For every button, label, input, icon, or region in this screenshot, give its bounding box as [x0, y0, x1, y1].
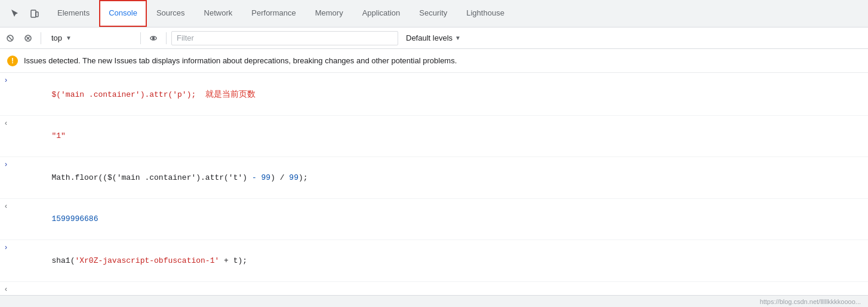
console-line: ‹ 1599996686: [0, 199, 868, 241]
result-arrow2: ‹: [0, 201, 12, 210]
tab-sources[interactable]: Sources: [147, 0, 195, 27]
console-output: › $('main .container').attr('p'); 就是当前页数…: [0, 73, 868, 295]
device-toolbar-icon[interactable]: [26, 5, 43, 22]
secondary-toolbar: top ▼ Default levels ▼: [0, 27, 868, 49]
toolbar-divider: [41, 32, 41, 44]
status-url: https://blog.csdn.net/lllllkkkkoooo...: [760, 298, 861, 305]
console-input-1: $('main .container').attr('p'); 就是当前页数: [12, 75, 868, 113]
tab-memory[interactable]: Memory: [306, 0, 353, 27]
inspect-icon[interactable]: [7, 5, 24, 22]
tab-security[interactable]: Security: [410, 0, 457, 27]
tab-performance[interactable]: Performance: [242, 0, 305, 27]
svg-line-3: [8, 36, 12, 40]
console-line: ‹ "f8323ac1ab319eeae27356231a22a7742508a…: [0, 282, 868, 296]
console-line: ‹ "1": [0, 116, 868, 158]
issues-banner[interactable]: ! Issues detected. The new Issues tab di…: [0, 49, 868, 73]
input-arrow: ›: [0, 75, 12, 84]
console-input-3: sha1('Xr0Z-javascript-obfuscation-1' + t…: [12, 242, 868, 280]
console-result-1: "1": [12, 118, 868, 155]
tab-elements[interactable]: Elements: [48, 0, 99, 27]
input-arrow2: ›: [0, 159, 12, 168]
devtools-toolbar: Elements Console Sources Network Perform…: [0, 0, 868, 27]
context-selector[interactable]: top ▼: [46, 32, 136, 44]
default-levels-dropdown[interactable]: Default levels ▼: [401, 32, 466, 44]
console-line: › sha1('Xr0Z-javascript-obfuscation-1' +…: [0, 240, 868, 282]
chevron-down-icon: ▼: [66, 35, 72, 41]
eye-icon[interactable]: [146, 30, 161, 46]
svg-rect-0: [31, 10, 36, 17]
console-result-2: 1599996686: [12, 201, 868, 238]
result-arrow3: ‹: [0, 284, 12, 293]
filter-input[interactable]: [171, 31, 398, 45]
result-arrow: ‹: [0, 118, 12, 127]
tab-lighthouse[interactable]: Lighthouse: [457, 0, 514, 27]
tab-network[interactable]: Network: [195, 0, 242, 27]
console-input-2: Math.floor(($('main .container').attr('t…: [12, 159, 868, 197]
chevron-down-icon2: ▼: [455, 35, 461, 41]
toolbar-icons: [2, 5, 48, 22]
warning-icon: !: [7, 56, 18, 66]
console-line: › $('main .container').attr('p'); 就是当前页数: [0, 73, 868, 116]
status-bar: https://blog.csdn.net/lllllkkkkoooo...: [0, 295, 868, 307]
main-content: top ▼ Default levels ▼ ! Issues detected…: [0, 27, 868, 307]
svg-point-8: [153, 37, 155, 39]
toolbar-divider2: [140, 32, 141, 44]
input-arrow3: ›: [0, 242, 12, 251]
console-line: › Math.floor(($('main .container').attr(…: [0, 157, 868, 199]
tab-console[interactable]: Console: [99, 0, 147, 27]
tab-list: Elements Console Sources Network Perform…: [48, 0, 866, 27]
tab-application[interactable]: Application: [353, 0, 410, 27]
toolbar-divider3: [166, 32, 167, 44]
console-result-3: "f8323ac1ab319eeae27356231a22a7742508a86…: [12, 284, 868, 296]
clear-console-icon[interactable]: [2, 30, 18, 46]
issues-text: Issues detected. The new Issues tab disp…: [24, 56, 457, 65]
svg-rect-1: [36, 12, 38, 17]
stop-icon[interactable]: [20, 30, 36, 46]
